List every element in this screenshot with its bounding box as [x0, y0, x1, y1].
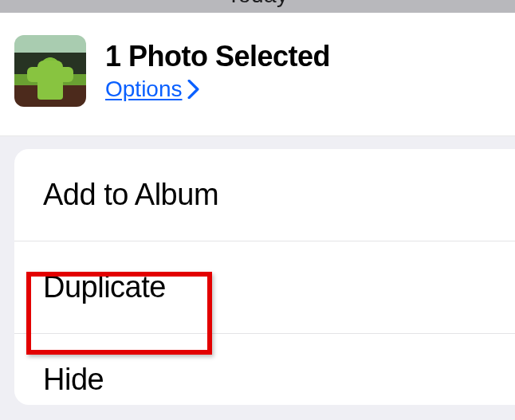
- chevron-right-icon: [187, 80, 199, 99]
- share-header: 1 Photo Selected Options: [0, 13, 515, 136]
- duplicate-label: Duplicate: [43, 270, 166, 304]
- action-list: Add to Album Duplicate Hide: [14, 149, 515, 405]
- selection-title: 1 Photo Selected: [105, 40, 330, 73]
- hide-button[interactable]: Hide: [14, 334, 515, 405]
- options-button[interactable]: Options: [105, 77, 330, 102]
- section-spacer: [0, 136, 515, 149]
- header-text: 1 Photo Selected Options: [105, 40, 330, 102]
- top-bar-label: Today: [226, 0, 288, 8]
- top-bar: Today: [0, 0, 515, 13]
- duplicate-button[interactable]: Duplicate: [14, 241, 515, 334]
- add-to-album-label: Add to Album: [43, 178, 218, 211]
- hide-label: Hide: [43, 363, 104, 396]
- photo-thumbnail[interactable]: [14, 35, 86, 107]
- options-label: Options: [105, 77, 183, 102]
- add-to-album-button[interactable]: Add to Album: [14, 149, 515, 241]
